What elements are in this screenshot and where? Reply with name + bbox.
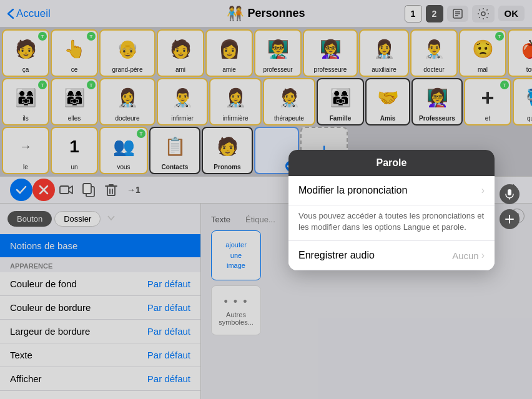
audio-controls [500, 184, 520, 229]
chevron-right-icon: › [481, 185, 485, 196]
svg-rect-13 [508, 189, 511, 195]
popup-overlay[interactable]: Parole Modifier la prononciation › Vous … [0, 0, 532, 399]
add-audio-button[interactable] [500, 209, 520, 229]
microphone-button[interactable] [500, 184, 520, 204]
popup-audio-value: Aucun [452, 250, 479, 261]
popup-item-label: Modifier la prononciation [298, 185, 407, 196]
popup-item-audio[interactable]: Enregistrer audio Aucun › [288, 240, 495, 270]
microphone-icon [505, 189, 514, 200]
popup-item-right: Aucun › [452, 250, 485, 261]
parole-popup: Parole Modifier la prononciation › Vous … [288, 150, 495, 270]
popup-description: Vous pouvez accéder à toutes les prononc… [288, 205, 495, 240]
popup-item-label: Enregistrer audio [298, 250, 375, 261]
plus-icon [505, 214, 515, 224]
popup-title: Parole [288, 150, 495, 176]
chevron-right-icon: › [481, 250, 485, 261]
popup-item-prononciation[interactable]: Modifier la prononciation › [288, 176, 495, 205]
